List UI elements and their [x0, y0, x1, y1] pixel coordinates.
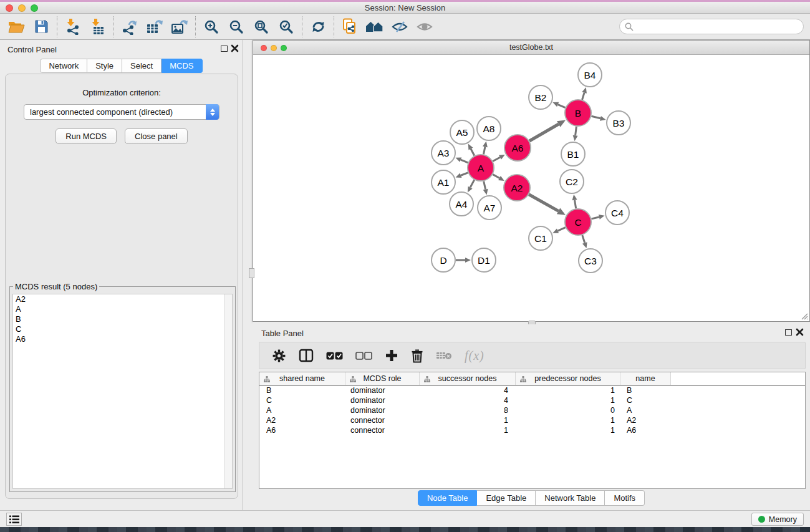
table-cell[interactable]: dominator [345, 386, 420, 395]
table-cell[interactable]: B [620, 386, 671, 395]
graph-edge[interactable] [529, 124, 559, 141]
column-header-name[interactable]: name [620, 372, 671, 385]
scrollbar[interactable] [224, 294, 232, 488]
run-mcds-button[interactable]: Run MCDS [55, 128, 117, 144]
tab-edge-table[interactable]: Edge Table [477, 490, 536, 506]
table-cell[interactable]: A2 [620, 416, 671, 425]
graph-node-a7[interactable]: A7 [478, 196, 501, 220]
graph-edge[interactable] [483, 147, 485, 154]
close-panel-button[interactable]: Close panel [125, 128, 188, 144]
mcds-result-item[interactable]: A6 [13, 334, 232, 344]
table-cell[interactable]: 0 [516, 406, 620, 415]
mcds-result-item[interactable]: C [13, 324, 232, 334]
split-columns-icon[interactable] [299, 349, 314, 362]
gear-icon[interactable] [272, 349, 286, 363]
graph-node-a4[interactable]: A4 [450, 192, 473, 216]
graph-node-b[interactable]: B [565, 100, 591, 126]
function-icon[interactable]: f(x) [465, 349, 485, 363]
graph-node-b3[interactable]: B3 [607, 111, 630, 135]
graph-edge[interactable] [558, 105, 566, 108]
graph-node-d[interactable]: D [432, 248, 455, 272]
mcds-result-list[interactable]: A2ABCA6 [12, 294, 233, 489]
table-cell[interactable]: 4 [420, 386, 516, 395]
graph-edge[interactable] [591, 217, 599, 219]
table-cell[interactable]: 8 [420, 406, 516, 415]
import-table-icon[interactable] [85, 16, 110, 38]
table-row[interactable]: Cdominator41C [259, 395, 805, 405]
trash-icon[interactable] [411, 349, 423, 363]
graph-edge[interactable] [493, 157, 500, 161]
tab-style[interactable]: Style [87, 59, 122, 73]
resize-grip-icon[interactable] [801, 312, 808, 320]
zoom-in-icon[interactable] [199, 16, 224, 38]
delete-table-icon[interactable] [436, 351, 452, 360]
table-cell[interactable]: A6 [620, 426, 671, 435]
mcds-result-item[interactable]: A2 [13, 294, 232, 304]
table-cell[interactable]: A [620, 406, 671, 415]
graph-edge[interactable] [493, 175, 499, 178]
zoom-fit-icon[interactable] [249, 16, 274, 38]
graph-node-a6[interactable]: A6 [504, 135, 531, 161]
zoom-out-icon[interactable] [224, 16, 249, 38]
tab-mcds[interactable]: MCDS [162, 59, 202, 73]
table-cell[interactable]: A [259, 406, 345, 415]
graph-node-a8[interactable]: A8 [477, 117, 501, 140]
graph-node-c[interactable]: C [565, 209, 591, 235]
tab-select[interactable]: Select [122, 59, 162, 73]
graph-edge[interactable] [470, 180, 474, 187]
unchecked-boxes-icon[interactable] [355, 352, 372, 360]
graph-node-a[interactable]: A [468, 155, 494, 181]
table-cell[interactable]: 1 [420, 416, 516, 425]
export-image-icon[interactable] [167, 16, 192, 38]
graph-node-d1[interactable]: D1 [472, 248, 496, 272]
graph-edge[interactable] [558, 228, 566, 231]
graph-node-c4[interactable]: C4 [605, 201, 629, 225]
graph-edge[interactable] [582, 235, 585, 243]
eye-icon[interactable] [412, 16, 437, 38]
table-cell[interactable]: A2 [259, 416, 345, 425]
graph-edge[interactable] [591, 116, 600, 118]
optimization-criterion-dropdown[interactable]: largest connected component (directed) [24, 104, 219, 120]
table-row[interactable]: Adominator80A [259, 405, 805, 415]
open-folder-icon[interactable] [4, 16, 29, 38]
tab-network-table[interactable]: Network Table [536, 490, 605, 506]
table-row[interactable]: A2connector11A2 [259, 415, 805, 425]
export-network-icon[interactable] [117, 16, 142, 38]
table-cell[interactable]: 4 [420, 396, 516, 405]
memory-button[interactable]: Memory [751, 513, 804, 526]
graph-edge[interactable] [576, 127, 577, 135]
graph-node-b2[interactable]: B2 [529, 85, 552, 109]
task-history-button[interactable] [6, 513, 22, 526]
table-cell[interactable]: 1 [420, 426, 516, 435]
graph-edge[interactable] [575, 200, 576, 209]
zoom-selected-icon[interactable] [274, 16, 299, 38]
table-cell[interactable]: C [620, 396, 671, 405]
save-icon[interactable] [29, 16, 54, 38]
table-cell[interactable]: dominator [345, 396, 420, 405]
splitpane-handle[interactable] [249, 268, 254, 278]
graph-node-a2[interactable]: A2 [504, 175, 530, 201]
column-header-successor-nodes[interactable]: successor nodes [420, 372, 516, 385]
table-cell[interactable]: 1 [516, 416, 620, 425]
graph-node-b4[interactable]: B4 [578, 63, 602, 87]
table-cell[interactable]: 1 [516, 386, 620, 395]
graph-node-a3[interactable]: A3 [432, 141, 455, 165]
graph-node-a5[interactable]: A5 [450, 120, 474, 144]
tab-motifs[interactable]: Motifs [605, 490, 645, 506]
graph-node-c2[interactable]: C2 [560, 170, 584, 193]
table-cell[interactable]: A6 [259, 426, 345, 435]
table-cell[interactable]: connector [345, 426, 420, 435]
network-canvas[interactable]: AA1A2A3A4A5A6A7A8BB1B2B3B4CC1C2C3C4DD1 [253, 55, 809, 321]
tab-network[interactable]: Network [40, 59, 87, 73]
mcds-result-item[interactable]: A [13, 304, 232, 314]
table-cell[interactable]: connector [345, 416, 420, 425]
float-panel-icon[interactable] [221, 46, 228, 52]
tab-node-table[interactable]: Node Table [418, 490, 478, 506]
checked-boxes-icon[interactable] [326, 352, 343, 360]
graph-edge[interactable] [471, 149, 475, 156]
mcds-result-item[interactable]: B [13, 314, 232, 324]
column-header-MCDS-role[interactable]: MCDS role [345, 372, 420, 385]
graph-node-b1[interactable]: B1 [561, 142, 585, 166]
column-header-predecessor-nodes[interactable]: predecessor nodes [516, 372, 620, 385]
plus-icon[interactable] [385, 349, 398, 362]
